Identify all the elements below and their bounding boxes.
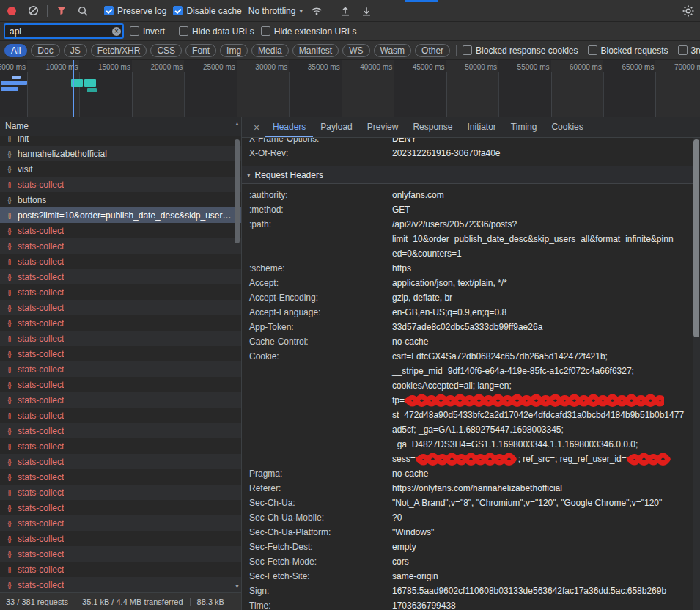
request-row[interactable]: {}stats-collect (0, 515, 241, 531)
scrollbar-thumb[interactable] (693, 139, 699, 337)
section-title: Request Headers (255, 170, 323, 180)
scroll-down-icon[interactable]: ▼ (233, 582, 241, 590)
header-name: Cookie: (249, 349, 392, 466)
clear-button[interactable] (26, 4, 40, 18)
type-chip-css[interactable]: CSS (150, 44, 182, 57)
download-icon (361, 6, 372, 16)
request-row[interactable]: {}stats-collect (0, 361, 241, 377)
close-details-icon[interactable]: × (248, 122, 265, 133)
type-chip-fetch-xhr[interactable]: Fetch/XHR (91, 44, 147, 57)
tab-response[interactable]: Response (405, 117, 460, 137)
request-row[interactable]: {}buttons (0, 192, 241, 207)
filter-option-blocked-response-cookies[interactable]: Blocked response cookies (463, 45, 578, 56)
status-item: 33 / 381 requests (6, 598, 68, 606)
request-headers-section-header[interactable]: ▾ Request Headers (242, 166, 700, 184)
request-row[interactable]: {}stats-collect (0, 423, 241, 438)
request-row[interactable]: {}stats-collect (0, 438, 241, 454)
type-chip-wasm[interactable]: Wasm (374, 44, 412, 57)
request-row[interactable]: {}stats-collect (0, 562, 241, 577)
redaction-scribble (405, 394, 664, 407)
network-conditions-button[interactable] (309, 4, 324, 18)
search-button[interactable] (75, 4, 90, 18)
type-chip-img[interactable]: Img (220, 44, 248, 57)
fetch-braces-icon: {} (4, 535, 14, 543)
invert-checkbox[interactable]: Invert (130, 26, 165, 37)
type-chip-all[interactable]: All (4, 44, 27, 57)
settings-button[interactable] (681, 4, 696, 18)
request-row[interactable]: {}stats-collect (0, 469, 241, 485)
tab-headers[interactable]: Headers (265, 117, 313, 137)
request-row[interactable]: {}stats-collect (0, 300, 241, 315)
request-row[interactable]: {}stats-collect (0, 546, 241, 562)
network-main-area: Name {}init{}hannahelizabethofficial{}vi… (0, 117, 700, 610)
scroll-up-icon[interactable]: ▲ (233, 120, 241, 128)
header-row: :path:/api2/v2/users/20572336/posts?limi… (242, 217, 700, 261)
header-value-line: cors (392, 554, 700, 569)
request-row[interactable]: {}stats-collect (0, 254, 241, 269)
download-har-button[interactable] (359, 4, 374, 18)
request-row[interactable]: {}stats-collect (0, 392, 241, 408)
overview-gridline (498, 72, 499, 117)
filter-toggle-button[interactable] (54, 4, 69, 18)
overview-timeline[interactable]: 5000 ms10000 ms15000 ms20000 ms25000 ms3… (0, 60, 700, 117)
tab-payload[interactable]: Payload (313, 117, 359, 137)
request-name: stats-collect (18, 380, 64, 390)
filter-option-3rd-party-requests[interactable]: 3rd-party requests (678, 45, 700, 56)
header-row: Accept-Language:en-GB,en-US;q=0.9,en;q=0… (242, 305, 700, 320)
hide-extension-urls-checkbox[interactable]: Hide extension URLs (261, 26, 357, 37)
tab-cookies[interactable]: Cookies (544, 117, 590, 137)
hide-data-urls-checkbox[interactable]: Hide data URLs (179, 26, 254, 37)
preserve-log-checkbox[interactable]: Preserve log (104, 6, 166, 16)
upload-har-button[interactable] (338, 4, 353, 18)
type-chip-manifest[interactable]: Manifest (292, 44, 339, 57)
overview-time-label: 70000 ms (655, 63, 700, 71)
request-row[interactable]: {}stats-collect (0, 408, 241, 423)
type-chip-doc[interactable]: Doc (31, 44, 59, 57)
request-row[interactable]: {}stats-collect (0, 331, 241, 346)
request-row[interactable]: {}stats-collect (0, 238, 241, 254)
tab-initiator[interactable]: Initiator (460, 117, 503, 137)
request-row[interactable]: {}stats-collect (0, 377, 241, 392)
tab-preview[interactable]: Preview (360, 117, 406, 137)
request-row[interactable]: {}stats-collect (0, 177, 241, 192)
requests-scrollbar[interactable]: ▲ ▼ (233, 117, 241, 592)
request-row[interactable]: {}stats-collect (0, 577, 241, 592)
details-scrollbar[interactable] (693, 138, 700, 610)
clear-filter-icon[interactable]: × (112, 27, 121, 36)
toolbar-divider (331, 5, 331, 17)
request-row[interactable]: {}stats-collect (0, 284, 241, 300)
type-chip-other[interactable]: Other (415, 44, 450, 57)
throttling-select[interactable]: No throttling ▾ (248, 6, 303, 16)
filter-funnel-icon (56, 6, 67, 15)
request-row[interactable]: {}posts?limit=10&order=publish_date_desc… (0, 207, 241, 223)
fetch-braces-icon: {} (4, 273, 14, 281)
disable-cache-checkbox[interactable]: Disable cache (173, 6, 241, 16)
type-chip-media[interactable]: Media (251, 44, 289, 57)
request-row[interactable]: {}hannahelizabethofficial (0, 146, 241, 161)
request-name: stats-collect (18, 349, 64, 359)
name-column-header[interactable]: Name (0, 117, 241, 136)
record-button[interactable] (4, 4, 19, 18)
request-row[interactable]: {}stats-collect (0, 454, 241, 469)
request-row[interactable]: {}stats-collect (0, 346, 241, 361)
disclosure-triangle-icon: ▾ (247, 172, 251, 179)
request-row[interactable]: {}stats-collect (0, 269, 241, 284)
invert-label: Invert (143, 26, 165, 37)
header-name: Sec-Ch-Ua-Mobile: (249, 510, 392, 525)
record-icon (7, 7, 16, 15)
request-row[interactable]: {}stats-collect (0, 315, 241, 331)
type-chip-ws[interactable]: WS (342, 44, 369, 57)
request-row[interactable]: {}stats-collect (0, 223, 241, 238)
request-row[interactable]: {}stats-collect (0, 531, 241, 546)
header-value-line: no-cache (392, 466, 700, 481)
scrollbar-thumb[interactable] (235, 139, 240, 243)
request-row[interactable]: {}stats-collect (0, 485, 241, 500)
request-row[interactable]: {}stats-collect (0, 500, 241, 515)
filter-option-blocked-requests[interactable]: Blocked requests (588, 45, 668, 56)
filter-input[interactable] (4, 24, 123, 38)
type-chip-js[interactable]: JS (64, 44, 87, 57)
request-row[interactable]: {}init (0, 136, 241, 146)
tab-timing[interactable]: Timing (504, 117, 545, 137)
type-chip-font[interactable]: Font (185, 44, 216, 57)
request-row[interactable]: {}visit (0, 161, 241, 177)
